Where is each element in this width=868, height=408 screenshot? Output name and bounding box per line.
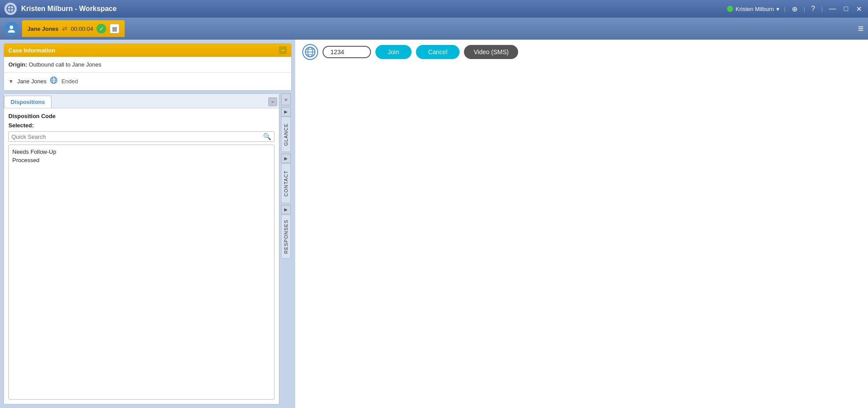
- contact-tab-container: ▶ CONTACT: [281, 154, 292, 203]
- contact-expand-button[interactable]: ▶: [281, 154, 291, 163]
- window-title: Kristen Milburn - Workspace: [21, 5, 727, 13]
- contact-tab-timer: 00:00:04: [71, 26, 93, 32]
- disposition-list[interactable]: Needs Follow-Up Processed: [8, 145, 274, 400]
- disposition-code-label: Disposition Code: [8, 113, 274, 119]
- left-panel: Case Information − Origin: Outbound call…: [0, 40, 295, 408]
- cancel-button[interactable]: Cancel: [416, 45, 460, 59]
- dispositions-tab-bar: Dispositions −: [4, 94, 279, 108]
- globe-icon: [50, 76, 58, 86]
- case-info-header: Case Information −: [4, 44, 291, 57]
- contact-tab[interactable]: Jane Jones ⇄ 00:00:04 ✓ ▦: [22, 20, 125, 37]
- dispositions-panel: Dispositions − Disposition Code Selected…: [4, 93, 279, 404]
- contact-tab-name: Jane Jones: [27, 26, 59, 32]
- right-panel-toolbar: Join Cancel Video (SMS): [302, 44, 861, 64]
- app-logo: [4, 3, 17, 15]
- responses-tab-container: ▶ RESPONSES: [281, 205, 292, 259]
- close-button[interactable]: ✕: [854, 4, 864, 14]
- quick-search-row[interactable]: 🔍: [8, 131, 274, 142]
- glance-tab[interactable]: GLANCE: [281, 117, 291, 152]
- case-info-collapse-button[interactable]: −: [279, 46, 287, 54]
- right-panel: Join Cancel Video (SMS): [295, 40, 868, 408]
- case-info-title: Case Information: [8, 47, 55, 54]
- user-name: Kristen Milburn: [736, 6, 774, 12]
- responses-vtab[interactable]: RESPONSES: [281, 215, 291, 259]
- sync-icon: ⇄: [62, 25, 67, 32]
- minimize-button[interactable]: —: [827, 4, 838, 14]
- selected-label: Selected:: [8, 122, 274, 129]
- toolbar: Jane Jones ⇄ 00:00:04 ✓ ▦ ≡: [0, 18, 868, 40]
- collapse-left-button[interactable]: «: [281, 93, 291, 105]
- check-icon[interactable]: ✓: [96, 24, 106, 33]
- help-button[interactable]: ?: [809, 4, 817, 14]
- hamburger-menu-button[interactable]: ≡: [858, 23, 864, 34]
- case-contact-row: ▼ Jane Jones Ended: [4, 73, 291, 90]
- user-dropdown-arrow[interactable]: ▾: [776, 6, 779, 12]
- vertical-tabs-container: « ▶ GLANCE ▶ CONTACT: [281, 93, 292, 404]
- agent-icon-button[interactable]: ⊕: [790, 4, 799, 14]
- agent-avatar: [4, 22, 19, 36]
- dispositions-area: Dispositions − Disposition Code Selected…: [4, 93, 292, 404]
- panel-collapse-button[interactable]: −: [268, 97, 277, 106]
- list-item[interactable]: Processed: [12, 156, 271, 164]
- glance-tab-container: ▶ GLANCE: [281, 107, 292, 152]
- case-contact-name: Jane Jones: [17, 78, 47, 85]
- svg-point-3: [10, 26, 13, 29]
- case-origin-row: Origin: Outbound call to Jane Jones: [4, 57, 291, 73]
- expand-arrow-icon[interactable]: ▼: [8, 78, 14, 85]
- case-info-card: Case Information − Origin: Outbound call…: [4, 43, 292, 91]
- quick-search-input[interactable]: [11, 134, 263, 140]
- phone-number-input[interactable]: [323, 46, 371, 58]
- user-info[interactable]: Kristen Milburn ▾: [727, 6, 780, 12]
- title-bar: Kristen Milburn - Workspace Kristen Milb…: [0, 0, 868, 18]
- dispositions-body: Disposition Code Selected: 🔍 Needs Follo…: [4, 108, 279, 404]
- case-origin-text: Origin: Outbound call to Jane Jones: [8, 61, 101, 68]
- globe-big-icon: [302, 44, 318, 60]
- contact-vtab[interactable]: CONTACT: [281, 163, 291, 203]
- responses-expand-button[interactable]: ▶: [281, 205, 291, 214]
- main-layout: Case Information − Origin: Outbound call…: [0, 40, 868, 408]
- video-sms-button[interactable]: Video (SMS): [464, 45, 518, 59]
- glance-expand-button[interactable]: ▶: [281, 107, 291, 116]
- dispositions-tab[interactable]: Dispositions: [4, 96, 52, 108]
- contact-status-badge: Ended: [61, 78, 78, 85]
- join-button[interactable]: Join: [375, 45, 412, 59]
- user-status-dot: [727, 6, 733, 12]
- search-icon: 🔍: [263, 133, 271, 141]
- right-content-area: [302, 64, 861, 404]
- list-item[interactable]: Needs Follow-Up: [12, 148, 271, 156]
- calendar-icon[interactable]: ▦: [110, 24, 119, 33]
- maximize-button[interactable]: □: [842, 4, 850, 14]
